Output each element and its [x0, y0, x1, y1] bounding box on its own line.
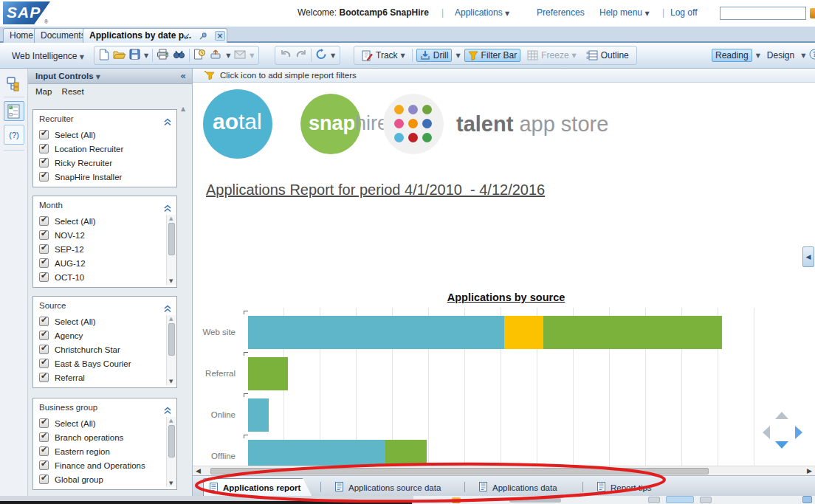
checkbox-checked[interactable] — [39, 432, 49, 442]
design-dropdown[interactable]: ▼ — [801, 52, 805, 59]
scroll-left-icon[interactable]: ◀ — [196, 467, 201, 474]
export-icon[interactable] — [210, 49, 222, 62]
nav-down-icon[interactable] — [775, 441, 788, 449]
collapse-group-icon[interactable] — [164, 114, 171, 132]
report-tab-applications-data[interactable]: Applications data — [473, 478, 580, 497]
outline-button[interactable]: Outline — [583, 49, 632, 61]
checkbox-checked[interactable] — [39, 474, 49, 484]
scrollbar-thumb[interactable] — [210, 468, 709, 474]
pin-icon[interactable] — [199, 31, 209, 41]
checkbox-item[interactable]: Eastern region — [33, 444, 176, 458]
checkbox-checked[interactable] — [39, 216, 49, 226]
report-tab-applications-source-data[interactable]: Applications source data — [329, 478, 458, 497]
bar-segment-teal-segment[interactable] — [248, 398, 269, 432]
checkbox-item[interactable]: SEP-12 — [33, 242, 176, 256]
checkbox-checked[interactable] — [39, 359, 49, 368]
horizontal-scrollbar[interactable]: ◀ ▶ — [193, 466, 815, 475]
log-off-button[interactable]: Log off — [670, 7, 697, 18]
checkbox-item[interactable]: Referral — [33, 370, 176, 384]
refresh-icon[interactable] — [315, 49, 327, 62]
track-button[interactable]: Track ▼ — [359, 49, 408, 62]
reset-button[interactable]: Reset — [62, 87, 84, 96]
checkbox-checked[interactable] — [39, 331, 49, 340]
checkbox-item[interactable]: NOV-12 — [33, 228, 176, 242]
scroll-up-icon[interactable]: ▲ — [169, 215, 173, 221]
checkbox-item[interactable]: OCT-10 — [33, 270, 176, 284]
scroll-down-icon[interactable]: ▼ — [169, 278, 173, 284]
new-document-icon[interactable] — [99, 49, 109, 63]
map-button[interactable]: Map — [35, 87, 52, 96]
checkbox-item[interactable]: AUG-12 — [33, 256, 176, 270]
group-scrollbar[interactable]: ▲▼ — [166, 215, 176, 285]
refresh-dropdown[interactable]: ▼ — [331, 52, 335, 59]
group-scrollbar[interactable]: ▲▼ — [166, 417, 176, 487]
checkbox-item[interactable]: Global group — [33, 472, 176, 486]
help-panel-icon[interactable]: (?) — [4, 125, 24, 145]
checkbox-item[interactable]: Ricky Recruiter — [33, 156, 176, 170]
drill-button[interactable]: Drill — [416, 49, 453, 62]
panel-menu-dropdown[interactable]: ▼ — [96, 74, 100, 80]
checkbox-checked[interactable] — [39, 373, 49, 382]
preferences-menu[interactable]: Preferences — [537, 7, 585, 18]
save-icon[interactable] — [129, 49, 140, 62]
report-tab-applications-report[interactable]: Applications report — [203, 478, 312, 497]
checkbox-checked[interactable] — [39, 244, 49, 254]
checkbox-checked[interactable] — [39, 345, 49, 354]
document-structure-icon[interactable] — [4, 74, 24, 94]
scroll-up-icon[interactable]: ▲ — [169, 418, 173, 424]
popout-icon[interactable] — [182, 31, 193, 41]
input-controls-panel-icon[interactable] — [4, 101, 24, 121]
bar-segment-green-segment[interactable] — [248, 357, 288, 390]
checkbox-checked[interactable] — [39, 158, 49, 168]
collapse-panel-icon[interactable]: « — [180, 69, 186, 83]
webintelligence-menu[interactable]: Web Intelligence ▼ — [12, 51, 84, 61]
nav-left-icon[interactable] — [763, 426, 770, 439]
scroll-down-icon[interactable]: ▼ — [169, 379, 173, 384]
scroll-up-icon[interactable]: ▲ — [181, 106, 185, 112]
nav-right-icon[interactable] — [795, 426, 802, 439]
help-icon[interactable]: ? — [809, 49, 815, 62]
export-dropdown[interactable]: ▼ — [226, 52, 230, 59]
history-icon[interactable] — [193, 49, 206, 63]
checkbox-checked[interactable] — [39, 272, 49, 282]
checkbox-item[interactable]: East & Bays Courier — [33, 356, 176, 370]
checkbox-item[interactable]: Location Recruiter — [33, 142, 176, 156]
checkbox-checked[interactable] — [39, 130, 49, 139]
scroll-up-icon[interactable]: ▲ — [169, 316, 173, 322]
scrollbar-thumb[interactable] — [168, 323, 175, 356]
track-dropdown[interactable]: ▼ — [401, 52, 405, 59]
checkbox-item[interactable]: Christchurch Star — [33, 342, 176, 356]
scroll-right-icon[interactable]: ▶ — [807, 467, 812, 474]
checkbox-item[interactable]: Select (All) — [33, 314, 176, 328]
bar-segment-green-segment[interactable] — [385, 440, 427, 466]
save-dropdown[interactable]: ▼ — [144, 52, 148, 59]
tab-active-document[interactable]: Applications by date p... × — [83, 28, 227, 43]
collapse-right-panel-button[interactable]: ◀ — [802, 246, 814, 267]
checkbox-checked[interactable] — [39, 446, 49, 456]
design-mode-button[interactable]: Design — [764, 49, 797, 61]
filter-bar-button[interactable]: Filter Bar — [464, 49, 521, 62]
scroll-down-icon[interactable]: ▼ — [169, 480, 173, 486]
group-scrollbar[interactable]: ▲▼ — [166, 315, 176, 385]
report-tab-report-tips[interactable]: Report tips — [591, 478, 671, 497]
checkbox-checked[interactable] — [39, 460, 49, 470]
scrollbar-thumb[interactable] — [168, 223, 175, 255]
checkbox-item[interactable]: Select (All) — [33, 416, 176, 430]
scrollbar-thumb[interactable] — [168, 425, 175, 458]
checkbox-item[interactable]: Branch operations — [33, 430, 176, 444]
checkbox-item[interactable]: Agency — [33, 328, 176, 342]
filter-icon[interactable] — [204, 70, 215, 80]
print-icon[interactable] — [157, 49, 169, 62]
checkbox-item[interactable]: SnapHire Installer — [33, 170, 176, 184]
reading-dropdown[interactable]: ▼ — [756, 52, 760, 59]
reading-mode-button[interactable]: Reading — [712, 49, 752, 62]
nav-up-icon[interactable] — [775, 412, 788, 419]
checkbox-checked[interactable] — [39, 144, 49, 153]
bar-segment-yellow-segment[interactable] — [504, 316, 543, 349]
checkbox-item[interactable]: Select (All) — [33, 128, 176, 142]
checkbox-checked[interactable] — [39, 172, 49, 182]
checkbox-checked[interactable] — [39, 258, 49, 268]
checkbox-item[interactable]: Finance and Operations — [33, 458, 176, 472]
find-icon[interactable] — [173, 49, 185, 62]
checkbox-checked[interactable] — [39, 418, 49, 428]
